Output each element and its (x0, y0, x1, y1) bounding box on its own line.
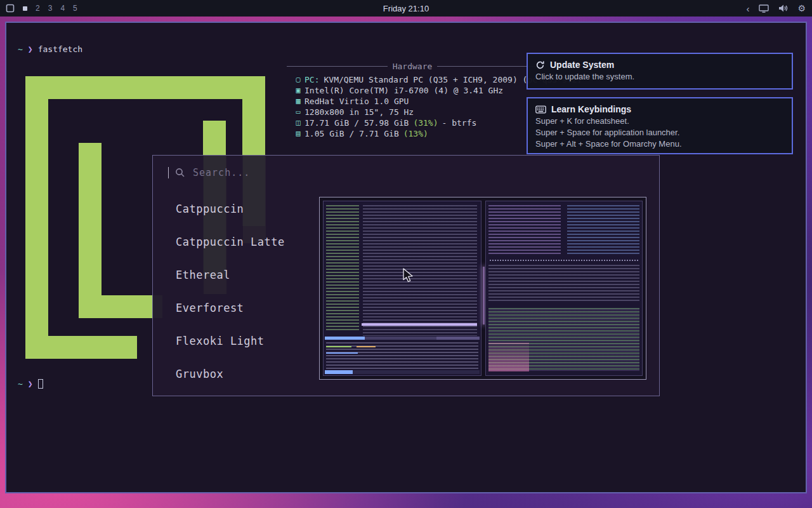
settings-gear-icon[interactable]: ⚙ (797, 4, 806, 13)
fastfetch-row-cpu: ▣ Intel(R) Core(TM) i7-6700 (4) @ 3.41 G… (287, 85, 538, 96)
memory-icon: ▤ (292, 128, 304, 139)
system-tray: ‹ ⚙ (746, 4, 812, 13)
row-value: 1.05 GiB / 7.71 GiB (304, 128, 399, 139)
notification-body-line: Super + Alt + Space for Omarchy Menu. (535, 139, 784, 149)
cpu-icon: ▣ (292, 85, 304, 96)
prompt-cwd: ~ (18, 379, 23, 389)
preview-statusbar-bottom (325, 370, 480, 374)
separator-line (287, 66, 388, 67)
preview-stats-mid (488, 265, 639, 303)
fastfetch-output: Hardware ▢ PC: KVM/QEMU Standard PC (Q35… (287, 61, 538, 139)
row-value: 812x508 in 15", 75 Hz (304, 107, 414, 117)
gpu-icon: ▦ (292, 96, 304, 107)
theme-preview-image (319, 197, 646, 380)
section-title: Hardware (393, 61, 433, 72)
prompt-cwd: ~ (18, 44, 23, 54)
notification-title: Learn Keybindings (551, 104, 631, 114)
terminal-prompt-line: ~ ❯ fastfetch (18, 44, 82, 55)
search-input[interactable] (192, 166, 469, 179)
notification-learn-keybindings[interactable]: Learn Keybindings Super + K for cheatshe… (527, 97, 793, 154)
fastfetch-row-memory: ▤ 1.05 GiB / 7.71 GiB (13%) (287, 128, 538, 139)
refresh-icon (535, 60, 545, 70)
theme-option-flexoki-light[interactable]: Flexoki Light (153, 324, 319, 358)
preview-code-area (363, 205, 477, 336)
terminal-cursor (38, 379, 43, 389)
separator-line (437, 66, 538, 67)
display-icon: ▭ (292, 107, 304, 117)
theme-option-gruvbox[interactable]: Gruvbox (153, 358, 319, 391)
theme-search-bar[interactable] (168, 162, 469, 184)
prompt-symbol: ❯ (28, 379, 33, 389)
preview-usage-graph (488, 343, 529, 371)
preview-terminal-output (326, 342, 478, 369)
preview-file-tree (326, 205, 359, 331)
notification-update-system[interactable]: Update System Click to update the system… (527, 53, 793, 90)
prompt-symbol: ❯ (28, 44, 33, 54)
top-bar: 2 3 4 5 Friday 21:10 ‹ ⚙ (0, 0, 812, 17)
network-icon[interactable] (759, 4, 769, 13)
notification-body-line: Super + Space for application launcher. (535, 128, 784, 138)
filesystem-type: - btrfs (442, 117, 477, 128)
entered-command: fastfetch (38, 44, 82, 54)
text-caret (168, 167, 169, 178)
keyboard-icon (535, 105, 546, 114)
notification-body-line: Super + K for cheatsheet. (535, 116, 784, 126)
preview-monitor-window (485, 201, 643, 376)
fastfetch-row-disk: ◫ 17.71 GiB / 57.98 GiB (31%) - btrfs (287, 117, 538, 128)
memory-usage-percent: (13%) (403, 128, 428, 139)
theme-option-ethereal[interactable]: Ethereal (153, 258, 319, 291)
preview-window-divider (483, 267, 485, 325)
mouse-cursor (402, 268, 416, 283)
preview-stats-column-right (567, 205, 639, 255)
wallpaper: ~ ❯ fastfetch H (0, 17, 812, 508)
fastfetch-row-pc: ▢ PC: KVM/QEMU Standard PC (Q35 + ICH9, … (287, 74, 538, 85)
search-icon (175, 168, 185, 178)
disk-usage-percent: (31%) (413, 117, 438, 128)
preview-selection-line (362, 323, 477, 326)
theme-option-everforest[interactable]: Everforest (153, 291, 319, 324)
hardware-section-header: Hardware (287, 61, 538, 72)
fastfetch-row-display: ▭ 812x508 in 15", 75 Hz (287, 107, 538, 117)
row-value: RedHat Virtio 1.0 GPU (304, 96, 409, 107)
clock[interactable]: Friday 21:10 (0, 4, 812, 13)
terminal-prompt-line-current[interactable]: ~ ❯ (18, 378, 43, 389)
row-value: 17.71 GiB / 57.98 GiB (304, 117, 409, 128)
tray-expand-chevron-icon[interactable]: ‹ (746, 4, 749, 13)
row-label: PC: (304, 74, 319, 85)
row-value: Intel(R) Core(TM) i7-6700 (4) @ 3.41 GHz (304, 85, 503, 96)
disk-icon: ◫ (292, 117, 304, 128)
theme-option-catppuccin[interactable]: Catppuccin (153, 192, 319, 225)
notification-body: Click to update the system. (535, 72, 784, 82)
volume-icon[interactable] (778, 4, 788, 13)
preview-stats-column-left (488, 205, 561, 255)
notification-title: Update System (550, 60, 614, 70)
theme-option-catppuccin-latte[interactable]: Catppuccin Latte (153, 225, 319, 258)
fastfetch-row-gpu: ▦ RedHat Virtio 1.0 GPU (287, 96, 538, 107)
preview-editor-window (323, 201, 481, 376)
preview-graph-line (490, 260, 638, 261)
preview-statusbar (325, 337, 480, 340)
pc-icon: ▢ (292, 74, 304, 85)
theme-list: Catppuccin Catppuccin Latte Ethereal Eve… (153, 192, 319, 391)
